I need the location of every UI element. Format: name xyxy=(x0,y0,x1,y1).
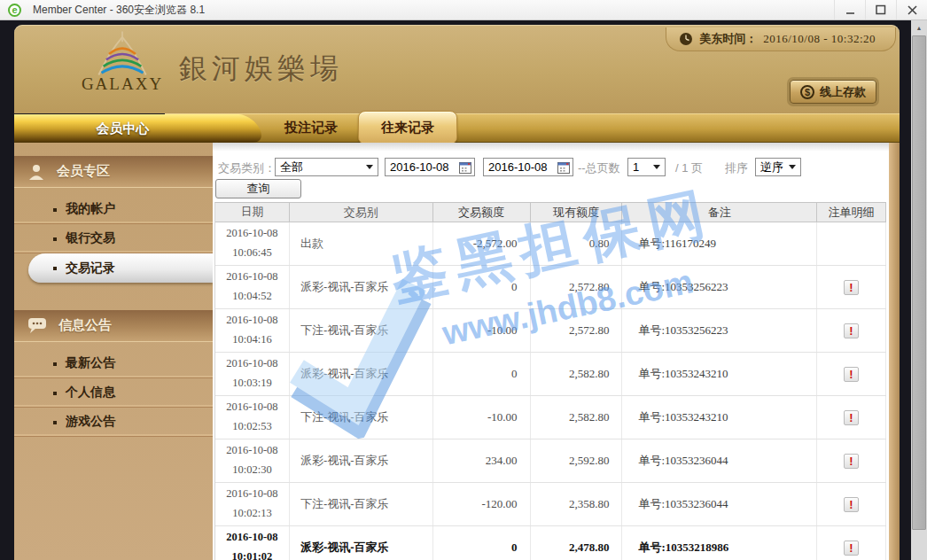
date-from-value: 2016-10-08 xyxy=(390,160,449,174)
close-button[interactable] xyxy=(896,0,927,19)
main-area: 会员专区 我的帐户 银行交易 交易记录 信息公告 xyxy=(14,143,900,560)
sidebar-item-latest-announcements[interactable]: 最新公告 xyxy=(14,349,213,378)
section-title: 信息公告 xyxy=(58,317,112,334)
scrollbar-thumb[interactable] xyxy=(912,35,926,530)
sidebar: 会员专区 我的帐户 银行交易 交易记录 信息公告 xyxy=(14,143,213,560)
table-row: 2016-10-0810:03:19 派彩-视讯-百家乐 0 2,582.80 … xyxy=(215,353,886,396)
sidebar-item-label: 最新公告 xyxy=(66,355,115,371)
cell-note: 单号:10353243210 xyxy=(622,396,817,439)
sidebar-item-label: 个人信息 xyxy=(66,385,115,401)
container-right-edge xyxy=(889,143,900,560)
site-title: 銀河娛樂場 xyxy=(179,50,343,89)
cell-date: 2016-10-0810:02:30 xyxy=(215,439,290,482)
cell-balance: 2,582.80 xyxy=(531,396,623,439)
galaxy-logo: GALAXY xyxy=(66,30,179,94)
bet-detail-alert-button[interactable]: ! xyxy=(844,367,859,382)
site-header: GALAXY 銀河娛樂場 美东时间： 2016/10/08 - 10:32:20… xyxy=(14,25,900,113)
query-button[interactable]: 查询 xyxy=(215,179,301,198)
sidebar-item-label: 银行交易 xyxy=(66,230,115,246)
cell-detail: ! xyxy=(817,526,886,560)
cell-balance: 2,582.80 xyxy=(531,353,623,395)
cell-type: 派彩-视讯-百家乐 xyxy=(290,353,433,395)
sidebar-item-label: 游戏公告 xyxy=(66,414,115,430)
cell-type: 下注-视讯-百家乐 xyxy=(290,396,433,439)
page-total-label: / 1 页 xyxy=(675,160,703,176)
cell-amount: -10.00 xyxy=(433,396,531,439)
sidebar-item-game-announcements[interactable]: 游戏公告 xyxy=(14,408,213,437)
browser-title: Member Center - 360安全浏览器 8.1 xyxy=(33,3,205,18)
transactions-table: 日期 交易别 交易额度 现有额度 备注 注单明细 2016-10-0810:06… xyxy=(214,202,886,560)
bet-detail-alert-button[interactable]: ! xyxy=(844,280,859,295)
sidebar-item-label: 交易记录 xyxy=(66,261,115,276)
cell-date: 2016-10-0810:02:53 xyxy=(215,396,290,439)
sidebar-item-label: 我的帐户 xyxy=(66,201,115,217)
cell-detail: ! xyxy=(817,266,886,308)
page-select[interactable]: 1 xyxy=(627,158,666,176)
cell-date: 2016-10-0810:03:19 xyxy=(215,353,290,395)
scrollbar-up-arrow[interactable]: ▲ xyxy=(911,20,927,35)
site-container: GALAXY 銀河娛樂場 美东时间： 2016/10/08 - 10:32:20… xyxy=(14,25,900,560)
cell-amount: -2,572.00 xyxy=(433,222,531,265)
galaxy-logo-text: GALAXY xyxy=(66,74,179,94)
tab-transaction-records[interactable]: 往来记录 xyxy=(358,111,457,144)
sort-select[interactable]: 逆序 xyxy=(755,158,801,176)
sidebar-item-transaction-records[interactable]: 交易记录 xyxy=(28,253,213,283)
cell-type: 派彩-视讯-百家乐 xyxy=(290,439,433,482)
bet-detail-alert-button[interactable]: ! xyxy=(844,497,859,512)
bet-detail-alert-button[interactable]: ! xyxy=(844,410,859,425)
filter-bar: 交易类别： 全部 2016-10-08 xyxy=(213,143,889,202)
bet-detail-alert-button[interactable]: ! xyxy=(844,541,859,556)
cell-note: 单号:10353256223 xyxy=(622,309,817,352)
tab-strip: 投注记录 往来记录 xyxy=(165,113,900,143)
selected-sort: 逆序 xyxy=(760,159,783,175)
cell-type: 下注-视讯-百家乐 xyxy=(290,483,433,525)
table-row: 2016-10-0810:04:16 下注-视讯-百家乐 -10.00 2,57… xyxy=(215,309,886,353)
sidebar-item-bank-transactions[interactable]: 银行交易 xyxy=(14,224,213,253)
date-to-value: 2016-10-08 xyxy=(488,160,548,174)
transaction-type-label: 交易类别： xyxy=(218,160,276,176)
minimize-button[interactable] xyxy=(834,0,865,19)
total-pages-label: --总页数 xyxy=(578,160,620,176)
deposit-button-label: 线上存款 xyxy=(820,84,866,100)
sidebar-section-announcements: 信息公告 xyxy=(14,310,213,342)
cell-balance: 2,478.80 xyxy=(531,526,623,560)
table-row: 2016-10-0810:02:13 下注-视讯-百家乐 -120.00 2,3… xyxy=(215,483,886,526)
calendar-icon[interactable] xyxy=(459,161,471,174)
selected-page: 1 xyxy=(633,160,639,174)
sidebar-item-my-account[interactable]: 我的帐户 xyxy=(14,195,213,224)
maximize-button[interactable] xyxy=(865,0,896,19)
cell-balance: 2,572.80 xyxy=(531,309,623,352)
column-header-balance: 现有额度 xyxy=(531,203,623,222)
time-value: 2016/10/08 - 10:32:20 xyxy=(763,32,876,46)
cell-amount: -10.00 xyxy=(433,309,531,352)
transaction-type-select[interactable]: 全部 xyxy=(275,158,378,176)
galaxy-peak-icon xyxy=(94,30,151,78)
date-from-input[interactable]: 2016-10-08 xyxy=(385,158,475,176)
browser-titlebar: e Member Center - 360安全浏览器 8.1 xyxy=(0,0,927,20)
bet-detail-alert-button[interactable]: ! xyxy=(844,454,859,469)
cell-date: 2016-10-0810:06:45 xyxy=(215,222,290,265)
cell-note: 单号:10353243210 xyxy=(622,353,817,395)
column-header-date: 日期 xyxy=(215,203,290,222)
cell-date: 2016-10-0810:04:16 xyxy=(215,309,290,352)
column-header-amount: 交易额度 xyxy=(433,203,531,222)
column-header-detail: 注单明细 xyxy=(817,203,886,222)
browser-360-icon: e xyxy=(8,4,21,17)
tab-bet-records[interactable]: 投注记录 xyxy=(271,113,351,143)
bet-detail-alert-button[interactable]: ! xyxy=(844,323,859,338)
cell-balance: 2,358.80 xyxy=(531,483,623,525)
cell-amount: 0 xyxy=(433,353,531,395)
calendar-icon[interactable] xyxy=(557,161,570,174)
cell-balance: 2,572.80 xyxy=(531,266,623,308)
sidebar-item-personal-info[interactable]: 个人信息 xyxy=(14,378,213,408)
column-header-type: 交易别 xyxy=(290,203,433,222)
online-deposit-button[interactable]: $ 线上存款 xyxy=(790,80,876,104)
cell-note: 单号:10353256223 xyxy=(622,266,817,308)
cell-amount: 0 xyxy=(433,526,531,560)
date-to-input[interactable]: 2016-10-08 xyxy=(483,158,573,176)
cell-type: 派彩-视讯-百家乐 xyxy=(290,526,433,560)
cell-type: 下注-视讯-百家乐 xyxy=(290,309,433,352)
cell-balance: 0.80 xyxy=(531,222,623,265)
page-scrollbar[interactable]: ▲ xyxy=(911,20,927,560)
column-header-note: 备注 xyxy=(622,203,817,222)
